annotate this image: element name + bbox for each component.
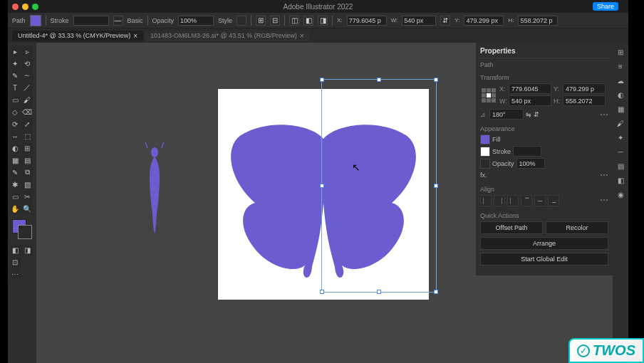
rectangle-tool[interactable]: ▭	[9, 94, 21, 105]
color-icon[interactable]: ◐	[616, 90, 625, 100]
arrange-button[interactable]: Arrange	[480, 237, 608, 250]
curvature-tool[interactable]: ～	[21, 70, 33, 81]
selection-handle[interactable]	[320, 184, 324, 188]
shaper-tool[interactable]: ◇	[9, 106, 21, 117]
transform-x-input[interactable]	[347, 16, 387, 26]
gradient-tool[interactable]: ▤	[21, 154, 33, 166]
minimize-window-button[interactable]	[22, 4, 28, 10]
selection-tool[interactable]: ▸	[9, 46, 21, 57]
prop-w-input[interactable]	[509, 95, 551, 106]
fill-swatch-panel[interactable]	[480, 135, 490, 144]
close-tab-icon[interactable]: ×	[300, 32, 304, 40]
start-global-edit-button[interactable]: Start Global Edit	[480, 253, 608, 265]
align-vcenter-button[interactable]: ─	[534, 195, 546, 206]
recolor-button[interactable]: Recolor	[546, 221, 608, 234]
fill-swatch[interactable]	[30, 15, 41, 26]
prop-x-input[interactable]	[509, 83, 551, 94]
selection-handle[interactable]	[434, 184, 438, 188]
scale-tool[interactable]: ⤢	[21, 118, 33, 130]
stroke-color-swatch[interactable]	[18, 225, 32, 239]
lasso-tool[interactable]: ⟲	[21, 58, 33, 69]
brush-basic-label[interactable]: Basic	[128, 17, 143, 24]
free-transform-tool[interactable]: ⬚	[21, 130, 33, 142]
type-tool[interactable]: T	[9, 82, 21, 93]
color-mode-icon[interactable]: ◧	[9, 244, 21, 256]
offset-path-button[interactable]: Offset Path	[480, 221, 543, 234]
selection-handle[interactable]	[377, 78, 381, 82]
paintbrush-tool[interactable]: 🖌	[21, 94, 33, 105]
reference-point-widget[interactable]	[480, 87, 497, 104]
transform-h-input[interactable]	[518, 16, 558, 26]
stroke-panel-icon[interactable]: ─	[616, 147, 625, 157]
document-tab-2[interactable]: 101483-OM6LM3-26.ai* @ 43.51 % (RGB/Prev…	[145, 31, 310, 41]
stroke-width-prop-input[interactable]	[513, 146, 541, 157]
align-bottom-button[interactable]: ⎽	[548, 195, 559, 206]
direct-selection-tool[interactable]: ▹	[21, 46, 33, 57]
close-tab-icon[interactable]: ×	[133, 32, 137, 40]
document-tab-1[interactable]: Untitled-4* @ 33.33 % (CMYK/Preview) ×	[12, 31, 143, 41]
slice-tool[interactable]: ✂	[21, 191, 33, 202]
stroke-profile-dropdown[interactable]: —	[113, 16, 123, 26]
align-button-1[interactable]: ⊞	[256, 16, 266, 26]
selection-bounding-box[interactable]: ↖	[321, 79, 437, 293]
selection-handle[interactable]	[434, 78, 438, 82]
blend-tool[interactable]: ⧉	[21, 167, 33, 178]
swatches-icon[interactable]: ▦	[616, 104, 625, 114]
fill-stroke-colors[interactable]	[12, 219, 32, 239]
align-right-button[interactable]: ⎸	[507, 195, 519, 206]
transform-y-input[interactable]	[464, 16, 504, 26]
align-button-2[interactable]: ⊟	[270, 16, 280, 26]
selection-handle[interactable]	[377, 290, 381, 294]
libraries-icon[interactable]: ☁	[616, 75, 625, 85]
prop-h-input[interactable]	[563, 95, 606, 106]
fullscreen-window-button[interactable]	[32, 4, 38, 10]
transparency-panel-icon[interactable]: ◧	[616, 175, 625, 185]
align-hcenter-button[interactable]: ⎹	[494, 195, 505, 206]
shape-builder-tool[interactable]: ◐	[9, 142, 21, 154]
more-icon[interactable]: ⋯	[600, 195, 608, 206]
pathfinder-button-2[interactable]: ◧	[303, 16, 313, 26]
align-top-button[interactable]: ⎺	[521, 195, 532, 206]
share-button[interactable]: Share	[593, 2, 618, 11]
prop-angle-input[interactable]	[489, 109, 524, 120]
symbol-sprayer-tool[interactable]: ✱	[9, 179, 21, 190]
opacity-input[interactable]	[178, 16, 214, 26]
rotate-tool[interactable]: ⟳	[9, 118, 21, 130]
close-window-button[interactable]	[12, 4, 19, 10]
mesh-tool[interactable]: ▦	[9, 154, 21, 166]
fx-label[interactable]: fx.	[480, 172, 487, 179]
stroke-swatch-panel[interactable]	[480, 147, 490, 157]
pen-tool[interactable]: ✎	[9, 70, 21, 81]
screen-mode-icon[interactable]: ⊡	[9, 256, 21, 268]
edit-toolbar-icon[interactable]: ⋯	[9, 268, 21, 280]
hand-tool[interactable]: ✋	[9, 203, 21, 214]
prop-y-input[interactable]	[563, 83, 606, 94]
transform-w-input[interactable]	[402, 16, 436, 26]
flip-h-button[interactable]: ⇋	[526, 111, 531, 118]
graph-tool[interactable]: ▧	[21, 179, 33, 190]
gradient-panel-icon[interactable]: ▤	[616, 161, 625, 171]
opacity-icon[interactable]	[480, 159, 490, 169]
magic-wand-tool[interactable]: ✦	[9, 58, 21, 69]
flip-v-button[interactable]: ⇵	[534, 111, 539, 118]
perspective-tool[interactable]: ⊞	[21, 142, 33, 154]
pathfinder-button-1[interactable]: ◫	[289, 16, 299, 26]
style-button[interactable]	[237, 16, 246, 26]
selection-handle[interactable]	[320, 290, 324, 294]
more-icon[interactable]: ⋯	[600, 170, 608, 180]
selection-handle[interactable]	[434, 290, 438, 294]
more-icon[interactable]: ⋯	[600, 110, 608, 120]
constrain-icon[interactable]: ⇵	[440, 16, 450, 26]
symbols-icon[interactable]: ✦	[616, 132, 625, 142]
zoom-tool[interactable]: 🔍	[21, 203, 33, 214]
eyedropper-tool[interactable]: ✎	[9, 167, 21, 178]
appearance-panel-icon[interactable]: ◉	[616, 189, 625, 199]
pathfinder-button-3[interactable]: ◨	[318, 16, 328, 26]
align-left-button[interactable]: ⎸	[480, 195, 492, 206]
properties-icon[interactable]: ⊞	[616, 47, 625, 57]
opacity-prop-input[interactable]	[516, 158, 545, 169]
brushes-icon[interactable]: 🖌	[616, 118, 625, 128]
eraser-tool[interactable]: ⌫	[21, 106, 33, 117]
width-tool[interactable]: ↔	[9, 130, 21, 142]
pasteboard-shape-body[interactable]	[143, 142, 166, 235]
